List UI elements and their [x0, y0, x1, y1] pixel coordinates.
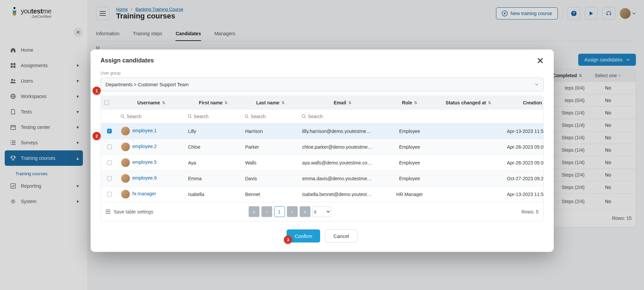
chevron-icon: ▾ [77, 140, 79, 145]
search-lastname[interactable] [251, 114, 296, 119]
svg-point-14 [12, 200, 14, 202]
sidebar-item-users[interactable]: Users▾ [5, 73, 83, 89]
select-all-checkbox[interactable] [104, 100, 109, 105]
cell-no: No [585, 147, 632, 153]
page-last-button[interactable]: » [300, 206, 310, 217]
cancel-button[interactable]: Cancel [325, 230, 357, 243]
menu-toggle-button[interactable] [96, 7, 109, 20]
col-email[interactable]: Email ⇅ [299, 100, 386, 105]
svg-rect-13 [11, 184, 15, 188]
table-row: employee.5 Aya Walls aya.walls@demo.yout… [101, 155, 543, 171]
row-checkbox[interactable] [107, 160, 112, 165]
svg-point-18 [121, 115, 123, 117]
users-icon [10, 78, 16, 84]
tab-candidates[interactable]: Candidates [176, 27, 201, 41]
username-link[interactable]: employee.5 [133, 159, 157, 165]
breadcrumb-course[interactable]: Banking Training Course [136, 7, 183, 12]
sidebar-item-training-courses[interactable]: Training courses▴ [5, 150, 83, 166]
sidebar-item-tests[interactable]: Tests▾ [5, 104, 83, 119]
page-next-button[interactable]: › [287, 206, 298, 217]
nav-sub-training-courses[interactable]: Training courses [15, 169, 83, 178]
page-first-button[interactable]: « [249, 206, 259, 217]
sidebar-item-workspaces[interactable]: Workspaces▾ [5, 89, 83, 104]
new-training-course-button[interactable]: New training course [496, 7, 558, 19]
close-button[interactable] [537, 57, 544, 64]
username-link[interactable]: hr.manager [133, 191, 156, 196]
support-button[interactable] [602, 7, 615, 20]
row-checkbox[interactable] [107, 176, 112, 181]
globe-icon [10, 93, 16, 99]
col-role[interactable]: Role ⇅ [386, 100, 433, 105]
username-link[interactable]: employee.1 [133, 128, 157, 133]
nav: HomeAssignments▾Users▾Workspaces▾Tests▾T… [0, 42, 88, 209]
row-checkbox[interactable] [107, 192, 112, 197]
page-size-select[interactable]: 8 [312, 206, 331, 217]
user-menu[interactable] [620, 8, 636, 19]
chevron-left-double-icon [76, 30, 81, 35]
username-link[interactable]: employee.2 [133, 144, 157, 149]
row-checkbox[interactable] [107, 145, 112, 149]
sidebar-item-surveys[interactable]: Surveys▾ [5, 135, 83, 150]
cell-no: No [585, 135, 632, 140]
user-group-label: User group [101, 71, 544, 76]
assign-candidates-modal: Assign candidates User group Departments… [91, 50, 554, 252]
svg-rect-2 [13, 63, 15, 65]
assign-candidates-button[interactable]: Assign candidates [578, 54, 636, 66]
svg-rect-1 [11, 63, 13, 65]
breadcrumb-home[interactable]: Home [116, 7, 128, 12]
row-checkbox[interactable] [107, 129, 112, 134]
svg-rect-3 [11, 66, 13, 68]
sidebar-item-system[interactable]: System▾ [5, 194, 83, 209]
sidebar-item-testing-center[interactable]: Testing center▾ [5, 119, 83, 135]
column-completed[interactable]: Completed⇅ [553, 73, 582, 78]
col-status[interactable]: Status changed at ⇅ [433, 100, 504, 105]
cell-lastname: Bennet [242, 192, 299, 197]
page-prev-button[interactable]: ‹ [261, 206, 272, 217]
cell-completed-no: No [585, 199, 632, 204]
plus-circle-icon [502, 10, 508, 16]
calendar-icon [10, 124, 16, 130]
cell-no: No [585, 123, 632, 128]
collapse-sidebar-button[interactable] [73, 28, 83, 37]
menu-icon [106, 209, 110, 214]
steps-label: Steps (1/4) [562, 147, 585, 153]
avatar [121, 190, 130, 199]
sidebar-item-home[interactable]: Home [5, 42, 83, 58]
play-button[interactable] [585, 7, 598, 20]
tab-information[interactable]: Information [96, 27, 119, 41]
page-1-button[interactable]: 1 [274, 206, 285, 217]
help-button[interactable]: ? [567, 7, 580, 20]
tab-managers[interactable]: Managers [214, 27, 235, 41]
search-username[interactable] [127, 114, 182, 119]
search-firstname[interactable] [194, 114, 239, 119]
cell-email: lilly.harrison@demo.youtestme… [299, 129, 386, 134]
search-email[interactable] [308, 114, 383, 119]
column-selectone[interactable]: Select one [585, 73, 632, 78]
tab-training-steps[interactable]: Training steps [133, 27, 162, 41]
cell-email: aya.walls@demo.youtestme.co… [299, 160, 386, 165]
cell-created: Apr-13-2023 11:54 AM C… [504, 192, 544, 197]
question-icon: ? [571, 10, 577, 16]
search-icon [120, 114, 125, 119]
save-table-settings[interactable]: Save table settings [106, 209, 153, 214]
col-lastname[interactable]: Last name ⇅ [242, 100, 299, 105]
col-firstname[interactable]: First name ⇅ [185, 100, 242, 105]
table-row: employee.2 Chloe Parker chloe.parker@dem… [101, 139, 543, 155]
chevron-icon: ▾ [77, 94, 79, 99]
breadcrumb: Home / Banking Training Course [116, 7, 183, 12]
avatar [121, 158, 130, 167]
svg-point-20 [245, 115, 248, 117]
steps-label: Steps (2/4) [562, 185, 585, 190]
col-creation[interactable]: Creation time ⇅ [504, 100, 544, 105]
logo: youtestme GetCertified [10, 7, 78, 19]
trophy-icon [10, 155, 16, 161]
cell-firstname: Lilly [185, 129, 242, 134]
list-icon [10, 140, 16, 146]
svg-point-0 [13, 7, 15, 9]
user-group-select[interactable]: Departments > Customer Support Team [101, 78, 544, 92]
sidebar-item-reporting[interactable]: Reporting▾ [5, 178, 83, 194]
sidebar-item-assignments[interactable]: Assignments▾ [5, 58, 83, 73]
username-link[interactable]: employee.9 [133, 175, 157, 181]
search-icon [245, 114, 249, 119]
col-username[interactable]: Username ⇅ [118, 100, 185, 105]
